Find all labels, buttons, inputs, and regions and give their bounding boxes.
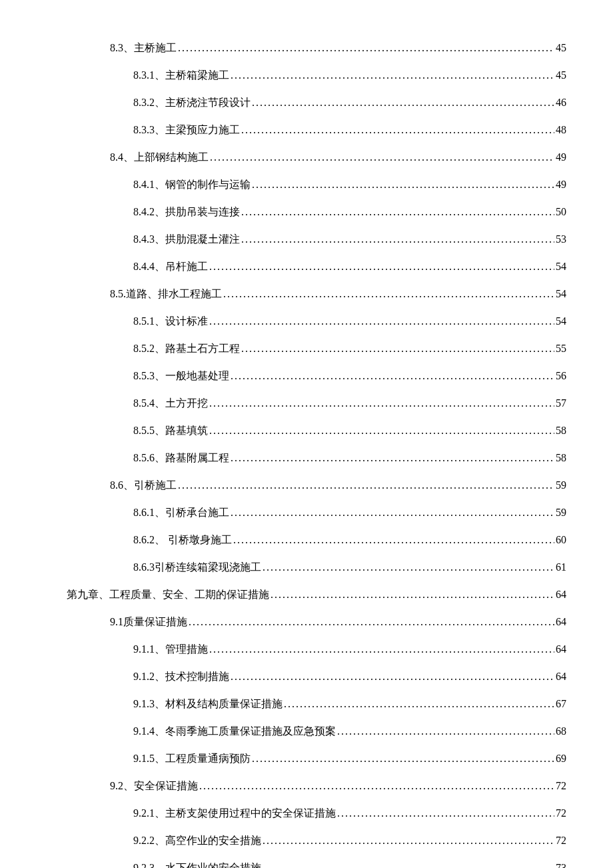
toc-entry-label: 9.2.2、高空作业的安全措施 — [133, 833, 261, 849]
toc-entry: 8.6、引桥施工................................… — [110, 477, 566, 493]
toc-entry-label: 9.1.3、材料及结构质量保证措施 — [133, 696, 283, 712]
toc-entry-page: 57 — [556, 395, 566, 411]
toc-entry-page: 59 — [556, 505, 566, 521]
toc-entry-label: 8.5.5、路基填筑 — [133, 423, 208, 439]
toc-entry: 9.2.1、主桥支架使用过程中的安全保证措施..................… — [133, 805, 566, 821]
toc-leader-dots: ........................................… — [337, 805, 554, 821]
toc-entry-label: 8.4.4、吊杆施工 — [133, 259, 208, 275]
toc-entry-page: 54 — [556, 259, 566, 275]
toc-entry-label: 8.4、上部钢结构施工 — [110, 149, 209, 165]
toc-entry: 8.4、上部钢结构施工.............................… — [110, 149, 566, 165]
toc-entry: 9.1.1、管理措施..............................… — [133, 641, 566, 657]
toc-leader-dots: ........................................… — [241, 341, 554, 357]
toc-leader-dots: ........................................… — [189, 614, 554, 630]
toc-entry-page: 64 — [556, 641, 566, 657]
toc-entry: 8.5.6、路基附属工程............................… — [133, 450, 566, 466]
toc-entry-label: 8.5.道路、排水工程施工 — [110, 286, 222, 302]
toc-entry-page: 49 — [556, 177, 566, 193]
toc-entry-label: 8.5.1、设计标准 — [133, 313, 208, 329]
toc-entry-label: 9.2.3、水下作业的安全措施 — [133, 860, 261, 868]
toc-entry-page: 59 — [556, 477, 566, 493]
toc-leader-dots: ........................................… — [252, 95, 554, 111]
toc-entry-page: 72 — [556, 805, 566, 821]
toc-leader-dots: ........................................… — [223, 286, 554, 302]
toc-entry-label: 9.1.5、工程质量通病预防 — [133, 751, 251, 767]
toc-entry: 8.4.1、钢管的制作与运输..........................… — [133, 177, 566, 193]
toc-entry: 9.1.3、材料及结构质量保证措施.......................… — [133, 696, 566, 712]
toc-entry: 8.6.3引桥连续箱梁现浇施工.........................… — [133, 559, 566, 575]
toc-entry-page: 48 — [556, 122, 566, 138]
toc-entry-page: 73 — [556, 860, 566, 868]
toc-entry-page: 45 — [556, 67, 566, 83]
toc-leader-dots: ........................................… — [209, 313, 554, 329]
toc-entry-label: 8.4.2、拱肋吊装与连接 — [133, 204, 240, 220]
toc-entry: 8.6.2、 引桥墩身施工...........................… — [133, 532, 566, 548]
toc-entry-page: 45 — [556, 40, 566, 56]
toc-entry-page: 72 — [556, 833, 566, 849]
toc-entry: 9.2.2、高空作业的安全措施.........................… — [133, 833, 566, 849]
toc-entry: 8.3.3、主梁预应力施工...........................… — [133, 122, 566, 138]
toc-leader-dots: ........................................… — [271, 587, 554, 603]
toc-entry: 8.3.1、主桥箱梁施工............................… — [133, 67, 566, 83]
toc-entry-label: 8.4.3、拱肋混凝土灌注 — [133, 231, 240, 247]
toc-entry-page: 61 — [556, 559, 566, 575]
toc-leader-dots: ........................................… — [252, 751, 554, 767]
toc-entry: 8.4.3、拱肋混凝土灌注...........................… — [133, 231, 566, 247]
toc-leader-dots: ........................................… — [231, 368, 554, 384]
toc-entry: 8.5.2、路基土石方工程...........................… — [133, 341, 566, 357]
toc-entry-label: 8.6.2、 引桥墩身施工 — [133, 532, 232, 548]
toc-leader-dots: ........................................… — [263, 860, 554, 868]
toc-entry-label: 8.3.3、主梁预应力施工 — [133, 122, 240, 138]
toc-entry: 8.5.5、路基填筑..............................… — [133, 423, 566, 439]
toc-entry: 8.6.1、引桥承台施工............................… — [133, 505, 566, 521]
toc-entry-label: 9.2、安全保证措施 — [110, 778, 198, 794]
toc-entry-page: 64 — [556, 614, 566, 630]
toc-entry-page: 69 — [556, 751, 566, 767]
toc-entry-page: 60 — [556, 532, 566, 548]
toc-entry-label: 8.3、主桥施工 — [110, 40, 177, 56]
toc-leader-dots: ........................................… — [209, 395, 554, 411]
toc-entry: 8.4.2、拱肋吊装与连接...........................… — [133, 204, 566, 220]
toc-leader-dots: ........................................… — [284, 696, 554, 712]
toc-entry-label: 8.5.3、一般地基处理 — [133, 368, 229, 384]
toc-entry-label: 8.4.1、钢管的制作与运输 — [133, 177, 251, 193]
toc-entry: 9.2、安全保证措施..............................… — [110, 778, 566, 794]
toc-leader-dots: ........................................… — [241, 231, 554, 247]
toc-entry: 8.5.1、设计标准..............................… — [133, 313, 566, 329]
toc-entry-page: 56 — [556, 368, 566, 384]
toc-leader-dots: ........................................… — [231, 450, 554, 466]
toc-entry-page: 64 — [556, 669, 566, 685]
toc-leader-dots: ........................................… — [199, 778, 554, 794]
toc-leader-dots: ........................................… — [209, 641, 554, 657]
toc-entry: 8.5.3、一般地基处理............................… — [133, 368, 566, 384]
toc-leader-dots: ........................................… — [231, 669, 554, 685]
toc-leader-dots: ........................................… — [209, 423, 554, 439]
toc-entry-page: 50 — [556, 204, 566, 220]
toc-entry-label: 第九章、工程质量、安全、工期的保证措施 — [67, 587, 269, 603]
toc-entry-page: 53 — [556, 231, 566, 247]
toc-entry-page: 72 — [556, 778, 566, 794]
table-of-contents: 8.3、主桥施工................................… — [47, 40, 566, 868]
toc-leader-dots: ........................................… — [231, 67, 554, 83]
toc-leader-dots: ........................................… — [231, 505, 554, 521]
toc-entry-label: 8.5.6、路基附属工程 — [133, 450, 229, 466]
toc-leader-dots: ........................................… — [252, 177, 554, 193]
toc-entry: 8.4.4、吊杆施工..............................… — [133, 259, 566, 275]
toc-entry: 9.1.4、冬雨季施工质量保证措施及应急预案..................… — [133, 723, 566, 739]
toc-leader-dots: ........................................… — [241, 204, 554, 220]
toc-leader-dots: ........................................… — [178, 40, 554, 56]
toc-entry: 9.1.2、技术控制措施............................… — [133, 669, 566, 685]
toc-entry-label: 8.5.2、路基土石方工程 — [133, 341, 240, 357]
toc-leader-dots: ........................................… — [337, 723, 554, 739]
toc-entry-page: 58 — [556, 423, 566, 439]
toc-leader-dots: ........................................… — [263, 559, 554, 575]
toc-entry-label: 8.3.1、主桥箱梁施工 — [133, 67, 229, 83]
toc-entry-page: 55 — [556, 341, 566, 357]
toc-entry: 第九章、工程质量、安全、工期的保证措施.....................… — [67, 587, 566, 603]
toc-entry-page: 58 — [556, 450, 566, 466]
toc-entry-page: 54 — [556, 313, 566, 329]
toc-entry: 9.2.3、水下作业的安全措施.........................… — [133, 860, 566, 868]
toc-entry: 9.1质量保证措施...............................… — [110, 614, 566, 630]
toc-entry: 8.3、主桥施工................................… — [110, 40, 566, 56]
toc-entry-page: 46 — [556, 95, 566, 111]
